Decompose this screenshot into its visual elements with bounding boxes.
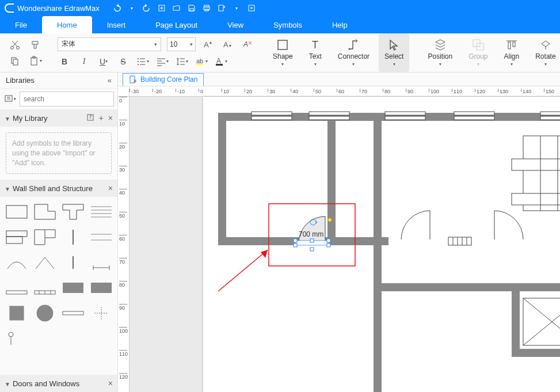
font-color-button[interactable]: A▾	[214, 55, 228, 68]
shape-rect[interactable]	[3, 200, 29, 223]
print-button[interactable]	[202, 3, 211, 13]
shape-node[interactable]	[3, 327, 29, 350]
shape-icon	[276, 39, 289, 51]
select-tool[interactable]: Select ▾	[379, 33, 409, 72]
save-button[interactable]	[187, 3, 196, 13]
clear-format-button[interactable]: A	[241, 37, 254, 51]
group-tool[interactable]: Group ▾	[462, 33, 494, 72]
app-title: Wondershare EdrawMax	[17, 4, 100, 13]
shape-vline2[interactable]	[60, 251, 86, 274]
menu-bar: File Home Insert Page Layout View Symbol…	[0, 16, 560, 33]
svg-rect-40	[9, 306, 24, 321]
text-tool[interactable]: T Text ▾	[302, 33, 329, 72]
import-button[interactable]	[86, 113, 94, 123]
shape-solid1[interactable]	[60, 276, 86, 299]
shape-square[interactable]	[3, 302, 29, 325]
section-mylibrary[interactable]: ▼My Library + ×	[0, 109, 117, 127]
font-family-select[interactable]: 宋体 ▾	[58, 37, 161, 51]
bold-button[interactable]: B	[58, 55, 71, 68]
svg-rect-50	[382, 283, 560, 291]
svg-rect-57	[309, 112, 349, 115]
decrease-font-button[interactable]: A▾	[221, 37, 235, 51]
section-wall[interactable]: ▼Wall Shell and Structure ×	[0, 180, 117, 197]
shape-floor2[interactable]	[32, 276, 58, 299]
shape-step-h[interactable]	[3, 226, 29, 249]
highlight-button[interactable]: ab▾	[195, 55, 208, 68]
canvas-area[interactable]: Building Core Plan -30-20-10010203040506…	[118, 73, 560, 392]
shape-t[interactable]	[60, 200, 86, 223]
svg-rect-63	[540, 112, 560, 115]
qa-caret-icon[interactable]: ▾	[127, 3, 136, 13]
increase-font-button[interactable]: A▴	[201, 37, 215, 51]
open-button[interactable]	[172, 3, 181, 13]
paste-button[interactable]: ▾	[29, 54, 43, 68]
svg-rect-25	[278, 40, 287, 50]
group-icon	[472, 39, 485, 51]
line-spacing-button[interactable]: ▾	[175, 55, 189, 68]
library-category-button[interactable]: ▾	[5, 93, 16, 105]
svg-rect-58	[309, 116, 349, 120]
format-painter-button[interactable]	[29, 38, 43, 52]
svg-rect-42	[63, 311, 83, 315]
align-left-button[interactable]: ▾	[155, 55, 169, 68]
shape-angle[interactable]	[32, 251, 58, 274]
shape-floor1[interactable]	[3, 276, 29, 299]
shape-tool[interactable]: Shape ▾	[266, 33, 300, 72]
shape-beam[interactable]	[60, 302, 86, 325]
collapse-sidebar-button[interactable]: «	[108, 76, 112, 85]
italic-button[interactable]: I	[77, 55, 91, 68]
position-tool[interactable]: Position ▾	[421, 33, 459, 72]
menu-view[interactable]: View	[212, 16, 258, 33]
tab-building-core-plan[interactable]: Building Core Plan	[123, 73, 204, 86]
section-doors[interactable]: ▼Doors and Windows ×	[0, 375, 117, 392]
close-section-button[interactable]: ×	[108, 184, 113, 193]
copy-button[interactable]	[8, 54, 22, 68]
shape-l[interactable]	[32, 200, 58, 223]
zoom-fit-button[interactable]	[247, 3, 256, 13]
document-tabs: Building Core Plan	[118, 73, 560, 86]
close-section-button[interactable]: ×	[108, 379, 113, 388]
ribbon: ▾ 宋体 ▾ 10 ▾ A▴ A▾ A B I U▾ S ▾ ▾ ▾ ab▾	[0, 33, 560, 73]
connector-tool[interactable]: Connector ▾	[331, 33, 376, 72]
shape-lines[interactable]	[88, 200, 114, 223]
new-button[interactable]	[157, 3, 166, 13]
ruler-vertical: 0102030405060708090100110120130	[118, 97, 129, 392]
font-size-select[interactable]: 10 ▾	[167, 37, 196, 51]
svg-rect-36	[6, 291, 27, 294]
shape-step-v[interactable]	[32, 226, 58, 249]
shape-solid2[interactable]	[88, 276, 114, 299]
svg-rect-35	[6, 205, 27, 218]
shape-arc[interactable]	[3, 251, 29, 274]
svg-rect-76	[327, 239, 330, 242]
shape-dim[interactable]	[88, 251, 114, 274]
menu-page-layout[interactable]: Page Layout	[140, 16, 212, 33]
bullet-list-button[interactable]: ▾	[136, 55, 150, 68]
svg-rect-78	[327, 243, 330, 247]
shape-hlines2[interactable]	[88, 226, 114, 249]
strikethrough-button[interactable]: S	[116, 55, 130, 68]
library-search-input[interactable]	[20, 92, 114, 106]
shape-circle[interactable]	[32, 302, 58, 325]
redo-button[interactable]	[142, 3, 151, 13]
cut-button[interactable]	[8, 38, 22, 52]
font-size-value: 10	[170, 40, 177, 48]
close-section-button[interactable]: ×	[108, 113, 113, 123]
menu-help[interactable]: Help	[317, 16, 363, 33]
menu-file[interactable]: File	[0, 16, 42, 33]
shape-vline[interactable]	[60, 226, 86, 249]
rotate-label: Rotate	[535, 52, 555, 60]
floorplan-drawing[interactable]: 700 mm	[212, 107, 560, 392]
selected-door-shape[interactable]: 700 mm	[294, 216, 332, 251]
menu-insert[interactable]: Insert	[92, 16, 141, 33]
qa-caret2-icon[interactable]: ▾	[232, 3, 241, 13]
menu-symbols[interactable]: Symbols	[258, 16, 317, 33]
undo-button[interactable]	[112, 3, 121, 13]
menu-home[interactable]: Home	[42, 16, 92, 33]
align-tool[interactable]: Align ▾	[497, 33, 527, 72]
shape-center-mark[interactable]	[88, 302, 114, 325]
import-hint: Add symbols to the library using the abo…	[6, 132, 112, 174]
export-button[interactable]	[217, 3, 226, 13]
underline-button[interactable]: U▾	[97, 55, 111, 68]
add-button[interactable]: +	[99, 113, 104, 123]
rotate-tool[interactable]: Rotate ▾	[528, 33, 560, 72]
